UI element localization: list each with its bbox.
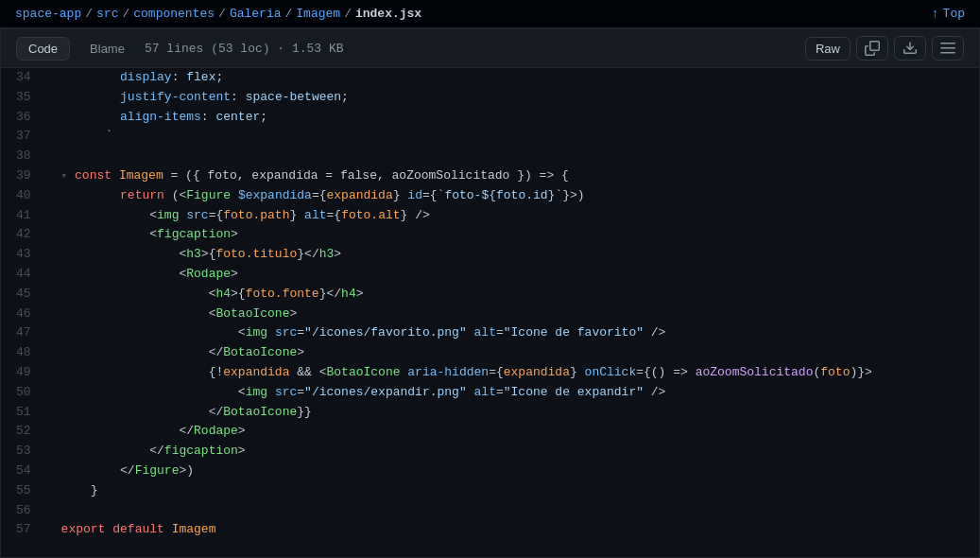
code-line-51: </BotaoIcone}} [61, 403, 872, 423]
blame-tab[interactable]: Blame [77, 37, 137, 61]
line-num-57: 57 [1, 520, 46, 540]
code-line-50: <img src="/icones/expandir.png" alt="Ico… [61, 383, 872, 403]
code-lines: display: flex; justify-content: space-be… [46, 68, 872, 557]
line-num-43: 43 [1, 245, 46, 265]
line-num-48: 48 [1, 343, 46, 363]
top-link[interactable]: ↑ Top [932, 7, 965, 21]
code-line-37: ` [61, 127, 872, 147]
download-icon [903, 41, 918, 56]
code-line-42: <figcaption> [61, 225, 872, 245]
code-line-44: <Rodape> [61, 265, 872, 285]
line-num-46: 46 [1, 305, 46, 324]
download-button[interactable] [894, 36, 926, 61]
line-num-41: 41 [1, 206, 46, 226]
code-line-43: <h3>{foto.titulo}</h3> [61, 245, 872, 265]
line-num-42: 42 [1, 225, 46, 245]
symbols-icon [940, 41, 955, 56]
symbols-button[interactable] [932, 36, 964, 61]
line-num-55: 55 [1, 481, 46, 501]
code-line-56 [61, 501, 872, 521]
code-line-35: justify-content: space-between; [61, 88, 872, 108]
line-num-54: 54 [1, 462, 46, 481]
breadcrumb-link-componentes[interactable]: componentes [133, 7, 215, 21]
breadcrumb-link-src[interactable]: src [96, 7, 118, 21]
code-line-39: ▾ const Imagem = ({ foto, expandida = fa… [61, 166, 872, 186]
line-num-45: 45 [1, 285, 46, 305]
top-bar: space-app / src / componentes / Galeria … [0, 0, 980, 28]
code-line-49: {!expandida && <BotaoIcone aria-hidden={… [61, 363, 872, 383]
code-line-55: } [61, 481, 872, 501]
line-num-44: 44 [1, 265, 46, 285]
breadcrumb-sep: / [285, 7, 293, 21]
line-num-47: 47 [1, 323, 46, 343]
code-line-53: </figcaption> [61, 442, 872, 462]
line-numbers: 34 35 36 37 38 39 40 41 42 43 44 45 46 4… [1, 68, 46, 557]
breadcrumb-sep: / [218, 7, 226, 21]
code-line-34: display: flex; [61, 68, 872, 88]
breadcrumb-link-galeria[interactable]: Galeria [230, 7, 282, 21]
code-line-38 [61, 147, 872, 166]
line-num-37: 37 [1, 127, 46, 147]
code-line-46: <BotaoIcone> [61, 305, 872, 324]
copy-button[interactable] [856, 36, 888, 61]
line-num-39: 39 [1, 166, 46, 186]
code-tab[interactable]: Code [16, 37, 70, 61]
code-line-41: <img src={foto.path} alt={foto.alt} /> [61, 206, 872, 226]
breadcrumb-filename: index.jsx [355, 7, 421, 21]
line-num-56: 56 [1, 501, 46, 521]
line-num-35: 35 [1, 88, 46, 108]
top-right: ↑ Top [932, 7, 965, 21]
code-line-48: </BotaoIcone> [61, 343, 872, 363]
line-num-50: 50 [1, 383, 46, 403]
copy-icon [865, 41, 880, 56]
code-line-54: </Figure>) [61, 462, 872, 481]
line-num-36: 36 [1, 108, 46, 128]
line-num-52: 52 [1, 422, 46, 442]
line-num-34: 34 [1, 68, 46, 88]
top-link-label: Top [943, 7, 965, 21]
code-line-47: <img src="/icones/favorito.png" alt="Ico… [61, 323, 872, 343]
line-num-40: 40 [1, 186, 46, 206]
file-header-right: Raw [805, 36, 964, 61]
breadcrumb-sep: / [344, 7, 352, 21]
line-num-51: 51 [1, 403, 46, 423]
file-header: Code Blame 57 lines (53 loc) · 1.53 KB R… [0, 28, 980, 68]
top-arrow-icon: ↑ [932, 7, 939, 21]
code-container: 34 35 36 37 38 39 40 41 42 43 44 45 46 4… [0, 68, 980, 558]
line-num-53: 53 [1, 442, 46, 462]
line-num-38: 38 [1, 147, 46, 166]
code-line-57: export default Imagem [61, 520, 872, 540]
breadcrumb-link-imagem[interactable]: Imagem [296, 7, 340, 21]
code-line-52: </Rodape> [61, 422, 872, 442]
breadcrumb: space-app / src / componentes / Galeria … [15, 7, 421, 21]
code-line-45: <h4>{foto.fonte}</h4> [61, 285, 872, 305]
line-num-49: 49 [1, 363, 46, 383]
raw-button[interactable]: Raw [805, 37, 851, 61]
breadcrumb-link-app[interactable]: space-app [15, 7, 81, 21]
breadcrumb-sep: / [85, 7, 93, 21]
file-header-left: Code Blame 57 lines (53 loc) · 1.53 KB [16, 37, 344, 61]
breadcrumb-sep: / [122, 7, 129, 21]
code-line-40: return (<Figure $expandida={expandida} i… [61, 186, 872, 206]
code-line-36: align-items: center; [61, 108, 872, 128]
file-meta: 57 lines (53 loc) · 1.53 KB [145, 42, 344, 56]
